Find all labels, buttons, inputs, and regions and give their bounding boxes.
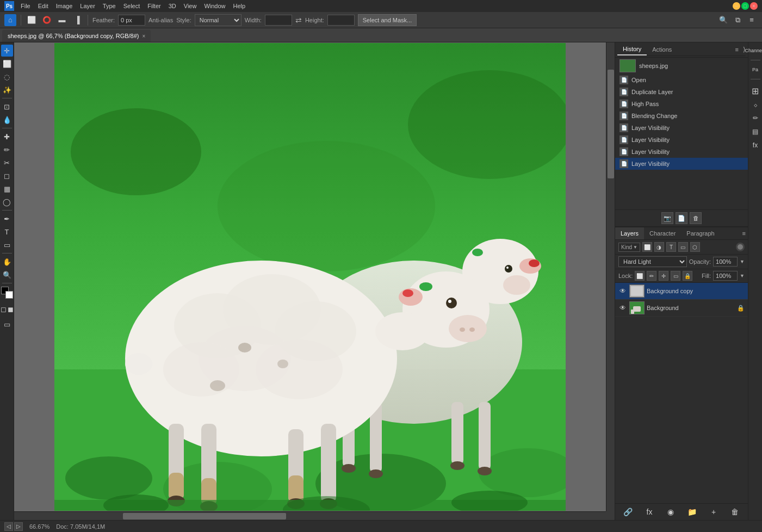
lock-move-btn[interactable]: ✛ [659, 271, 668, 281]
history-item-1[interactable]: 📄 Duplicate Layer [615, 86, 748, 98]
history-item-4[interactable]: 📄 Layer Visibility [615, 122, 748, 134]
menu-3d[interactable]: 3D [165, 2, 179, 10]
minimize-btn[interactable]: − [733, 2, 740, 10]
history-item-3[interactable]: 📄 Blending Change [615, 110, 748, 122]
opacity-input[interactable] [713, 257, 738, 267]
quick-mask-btn[interactable]: ◼ [8, 303, 14, 315]
delete-history-btn[interactable]: 🗑 [690, 212, 702, 224]
maximize-btn[interactable]: □ [741, 2, 749, 10]
menu-help[interactable]: Help [230, 2, 249, 10]
eyedropper-tool[interactable]: 💧 [1, 114, 13, 126]
arrange-btn[interactable]: ⧉ [732, 14, 744, 26]
shape-filter-btn[interactable]: ▭ [678, 242, 688, 252]
style-select[interactable]: Normal Fixed Ratio Fixed Size [195, 14, 241, 26]
actions-tab[interactable]: Actions [647, 44, 677, 55]
marquee-tool[interactable]: ⬜ [1, 58, 13, 70]
lock-pixels-btn[interactable]: ⬜ [635, 271, 645, 281]
adjustments-icon[interactable]: ⊞ [749, 85, 761, 97]
quick-select-tool[interactable]: ✨ [1, 84, 13, 96]
width-input[interactable] [265, 15, 292, 26]
rect-marquee-tool[interactable]: ⬜ [26, 14, 38, 26]
add-mask-btn[interactable]: ◉ [665, 506, 677, 518]
v-scrollbar[interactable] [606, 42, 615, 511]
layers-tab[interactable]: Layers [615, 227, 644, 239]
dodge-tool[interactable]: ◯ [1, 196, 13, 208]
create-doc-btn[interactable]: 📄 [676, 212, 687, 224]
status-next-btn[interactable]: ▷ [14, 522, 23, 531]
layer-row-0[interactable]: 👁 Background copy [615, 283, 748, 300]
window-controls[interactable]: − □ × [733, 2, 758, 10]
menu-file[interactable]: File [17, 2, 34, 10]
channels-icon[interactable]: Channels [749, 45, 761, 57]
paragraph-tab[interactable]: Paragraph [681, 227, 720, 239]
menu-image[interactable]: Image [53, 2, 76, 10]
standard-mode-btn[interactable]: ◻ [1, 303, 7, 315]
select-mask-btn[interactable]: Select and Mask... [358, 14, 417, 26]
filter-toggle-btn[interactable] [736, 243, 745, 251]
character-tab[interactable]: Character [644, 227, 681, 239]
shape-tool[interactable]: ▭ [1, 239, 13, 251]
kind-filter[interactable]: Kind ▼ [618, 243, 640, 252]
text-tool[interactable]: T [1, 226, 13, 238]
close-btn[interactable]: × [750, 2, 758, 10]
tab-close-btn[interactable]: × [142, 33, 145, 39]
type-filter-btn[interactable]: T [666, 242, 676, 252]
opacity-arrow-icon[interactable]: ▼ [740, 259, 745, 264]
paths-icon[interactable]: Pa [749, 64, 761, 76]
layer-eye-1[interactable]: 👁 [618, 304, 627, 312]
history-panel-menu[interactable]: ≡ [733, 44, 741, 55]
single-col-tool[interactable]: ▐ [71, 14, 83, 26]
pen-tool[interactable]: ✒ [1, 213, 13, 225]
home-tool[interactable]: ⌂ [4, 14, 16, 26]
pencil-icon[interactable]: ✏ [749, 112, 761, 124]
brush-icon2[interactable]: ⬦ [749, 98, 761, 110]
smart-filter-btn[interactable]: ⬡ [690, 242, 700, 252]
document-tab[interactable]: sheeps.jpg @ 66,7% (Background copy, RGB… [2, 30, 151, 42]
menu-select[interactable]: Select [120, 2, 144, 10]
lasso-tool[interactable]: ◌ [1, 71, 13, 83]
history-item-7[interactable]: 📄 Layer Visibility [615, 158, 748, 170]
status-prev-btn[interactable]: ◁ [4, 522, 13, 531]
menu-edit[interactable]: Edit [35, 2, 52, 10]
pixel-filter-btn[interactable]: ⬜ [642, 242, 652, 252]
single-row-tool[interactable]: ▬ [56, 14, 68, 26]
blend-mode-select[interactable]: Hard Light Normal Multiply Screen Overla… [618, 256, 687, 267]
menu-layer[interactable]: Layer [77, 2, 98, 10]
menu-bar[interactable]: File Edit Image Layer Type Select Filter… [17, 2, 249, 10]
height-input[interactable] [327, 15, 355, 26]
fill-arrow-icon[interactable]: ▼ [740, 273, 745, 279]
hand-tool[interactable]: ✋ [1, 256, 13, 268]
new-group-btn[interactable]: 📁 [686, 506, 698, 518]
add-style-btn[interactable]: fx [643, 506, 655, 518]
healing-tool[interactable]: ✚ [1, 131, 13, 143]
new-layer-btn[interactable]: + [708, 506, 720, 518]
brush-tool[interactable]: ✏ [1, 144, 13, 156]
history-item-6[interactable]: 📄 Layer Visibility [615, 146, 748, 158]
color-swatches[interactable] [1, 287, 13, 299]
more-btn[interactable]: ≡ [746, 14, 758, 26]
lock-all-btn[interactable]: 🔒 [683, 271, 692, 281]
ellipse-marquee-tool[interactable]: ⭕ [41, 14, 53, 26]
create-snapshot-btn[interactable]: 📷 [661, 212, 673, 224]
background-color[interactable] [5, 291, 13, 299]
lock-paint-btn[interactable]: ✏ [647, 271, 656, 281]
gradient-icon2[interactable]: ▤ [749, 126, 761, 138]
menu-view[interactable]: View [181, 2, 200, 10]
adjustment-filter-btn[interactable]: ◑ [654, 242, 664, 252]
history-item-0[interactable]: 📄 Open [615, 74, 748, 86]
link-layers-btn[interactable]: 🔗 [622, 506, 634, 518]
screen-mode-btn[interactable]: ▭ [1, 318, 13, 330]
eraser-tool[interactable]: ◻ [1, 170, 13, 182]
menu-filter[interactable]: Filter [144, 2, 164, 10]
zoom-tool[interactable]: 🔍 [1, 269, 13, 281]
layer-row-1[interactable]: 👁 Background 🔒 [615, 300, 748, 317]
clone-tool[interactable]: ✂ [1, 157, 13, 169]
swap-icon[interactable]: ⇄ [295, 16, 302, 24]
menu-type[interactable]: Type [100, 2, 119, 10]
fx-icon[interactable]: fx [749, 139, 761, 151]
history-snapshot-item[interactable]: sheeps.jpg [615, 58, 748, 74]
move-tool[interactable]: ✛ [1, 45, 13, 57]
h-scrollbar-thumb[interactable] [123, 513, 286, 519]
layers-panel-menu[interactable]: ≡ [740, 228, 748, 239]
canvas-image[interactable] [54, 43, 566, 511]
